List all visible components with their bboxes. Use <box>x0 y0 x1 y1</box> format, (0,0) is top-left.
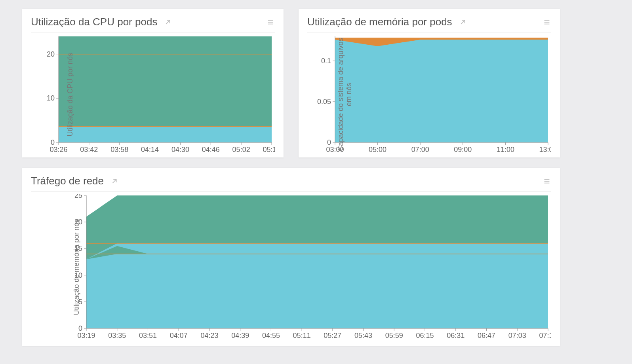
svg-text:09:00: 09:00 <box>454 146 472 154</box>
svg-text:03:51: 03:51 <box>139 332 157 339</box>
svg-text:0.05: 0.05 <box>317 98 331 106</box>
svg-text:11:00: 11:00 <box>497 146 514 154</box>
svg-text:05:27: 05:27 <box>324 332 341 339</box>
panel-title-mem: Utilização de memória por pods <box>307 16 452 28</box>
svg-text:10: 10 <box>47 94 55 102</box>
svg-text:0: 0 <box>51 138 55 146</box>
svg-text:05:00: 05:00 <box>369 146 386 154</box>
svg-text:05:43: 05:43 <box>354 332 372 339</box>
svg-text:06:31: 06:31 <box>447 332 464 339</box>
ylabel-net: Utilização de memória por nós <box>72 219 81 315</box>
svg-text:0.1: 0.1 <box>321 57 331 65</box>
hamburger-icon[interactable] <box>543 177 551 186</box>
svg-text:05:59: 05:59 <box>385 332 403 339</box>
chart-wrap-cpu: Utilização da CPU por nós 0102003:2603:4… <box>31 35 275 154</box>
svg-text:07:19: 07:19 <box>539 332 551 339</box>
svg-text:0: 0 <box>78 324 82 332</box>
svg-text:05:18: 05:18 <box>263 146 275 154</box>
chart-wrap-mem: Capacidade do sistema de arquivos em nós… <box>307 35 551 154</box>
panel-header-cpu: Utilização da CPU por pods <box>31 16 275 32</box>
svg-text:03:35: 03:35 <box>108 332 126 339</box>
expand-icon[interactable] <box>459 18 467 27</box>
svg-text:04:30: 04:30 <box>171 146 189 154</box>
svg-text:04:39: 04:39 <box>231 332 249 339</box>
top-row: Utilização da CPU por pods Utilização da… <box>22 9 610 157</box>
svg-text:03:42: 03:42 <box>80 146 98 154</box>
hamburger-icon[interactable] <box>266 18 275 27</box>
panel-title-cpu: Utilização da CPU por pods <box>31 16 157 28</box>
chart-wrap-net: Utilização de memória por nós 0510152025… <box>31 194 551 340</box>
svg-text:07:03: 07:03 <box>508 332 526 339</box>
svg-text:03:58: 03:58 <box>110 146 128 154</box>
svg-text:06:47: 06:47 <box>478 332 495 339</box>
panel-net: Tráfego de rede Utilização de memória po… <box>22 168 560 346</box>
hamburger-icon[interactable] <box>543 18 551 27</box>
expand-icon[interactable] <box>110 177 119 186</box>
panel-header-net: Tráfego de rede <box>31 175 551 191</box>
panel-cpu: Utilização da CPU por pods Utilização da… <box>22 9 284 157</box>
svg-text:20: 20 <box>47 50 55 58</box>
dashboard-page: Utilização da CPU por pods Utilização da… <box>0 0 632 364</box>
svg-text:04:55: 04:55 <box>262 332 280 339</box>
svg-text:03:26: 03:26 <box>49 146 67 154</box>
svg-text:05:02: 05:02 <box>232 146 250 154</box>
expand-icon[interactable] <box>164 18 172 27</box>
svg-text:04:14: 04:14 <box>141 146 159 154</box>
ylabel-cpu: Utilização da CPU por nós <box>66 53 74 136</box>
svg-text:0: 0 <box>327 138 331 146</box>
svg-text:04:07: 04:07 <box>170 332 188 339</box>
panel-title-net: Tráfego de rede <box>31 175 104 187</box>
chart-net: 051015202503:1903:3503:5104:0704:2304:39… <box>31 194 551 340</box>
svg-text:03:19: 03:19 <box>77 332 95 339</box>
panel-header-mem: Utilização de memória por pods <box>307 16 551 32</box>
svg-text:13:00: 13:00 <box>539 146 551 154</box>
panel-mem: Utilização de memória por pods Capacidad… <box>299 9 560 157</box>
svg-text:04:23: 04:23 <box>200 332 218 339</box>
svg-text:05:11: 05:11 <box>293 332 311 339</box>
svg-text:04:46: 04:46 <box>202 146 220 154</box>
svg-text:25: 25 <box>74 194 82 199</box>
svg-text:07:00: 07:00 <box>411 146 429 154</box>
svg-text:06:15: 06:15 <box>416 332 434 339</box>
ylabel-mem: Capacidade do sistema de arquivos em nós <box>337 38 353 151</box>
